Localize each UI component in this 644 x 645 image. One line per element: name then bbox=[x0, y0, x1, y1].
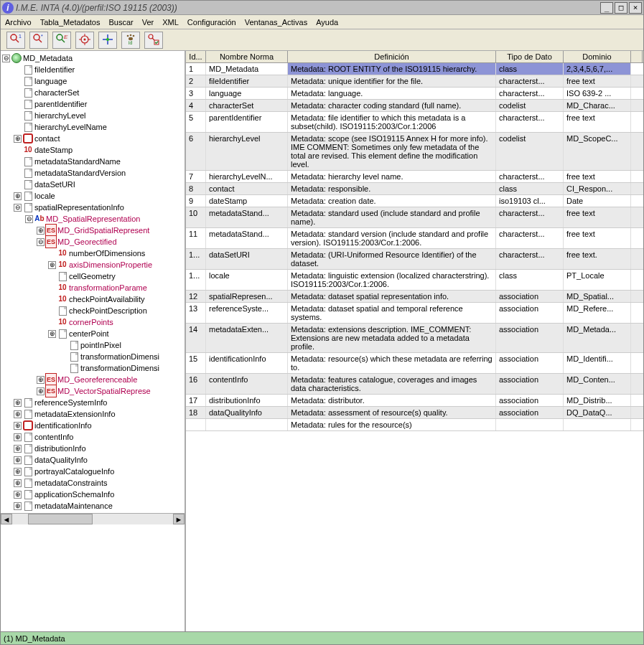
table-row[interactable]: 12spatialRepresen...Metadata: dataset sp… bbox=[186, 291, 643, 303]
close-button[interactable]: × bbox=[629, 2, 642, 14]
tree-node[interactable]: ⊕metadataExtensionInfo bbox=[1, 408, 186, 420]
expand-icon[interactable]: ⊕ bbox=[48, 261, 56, 269]
tree-node[interactable]: ⊕applicationSchemaInfo bbox=[1, 489, 186, 500]
tree-node[interactable]: dataSetURI bbox=[1, 179, 186, 190]
tree-node[interactable]: 10dateStamp bbox=[1, 144, 186, 156]
expand-icon[interactable]: ⊕ bbox=[14, 468, 22, 476]
menu-ayuda[interactable]: Ayuda bbox=[316, 18, 338, 27]
tree-node[interactable]: ⊕centerPoint bbox=[1, 328, 186, 339]
scroll-right-icon[interactable]: ► bbox=[173, 514, 185, 524]
expand-icon[interactable]: ⊕ bbox=[14, 422, 22, 430]
menu-tablametadatos[interactable]: Tabla_Metadatos bbox=[40, 18, 101, 27]
expand-icon[interactable]: ⊕ bbox=[37, 376, 45, 384]
scroll-thumb[interactable] bbox=[28, 514, 93, 524]
tree-node[interactable]: metadataStandardName bbox=[1, 156, 186, 167]
table-row[interactable]: 5parentIdentifierMetadata: file identifi… bbox=[186, 112, 643, 133]
table-row[interactable]: 1...localeMetadata: linguistic extension… bbox=[186, 270, 643, 291]
menu-xml[interactable]: XML bbox=[162, 18, 179, 27]
tree-node[interactable]: metadataStandardVersion bbox=[1, 167, 186, 179]
menu-buscar[interactable]: Buscar bbox=[108, 18, 133, 27]
tree-node[interactable]: ⊕ESMD_GridSpatialRepresent bbox=[1, 225, 186, 236]
tree-node[interactable]: ⊕metadataMaintenance bbox=[1, 500, 186, 512]
minimize-button[interactable]: _ bbox=[600, 2, 613, 14]
toolbar-paw-id-button[interactable]: id bbox=[121, 32, 140, 49]
tree-node[interactable]: 10numberOfDimensions bbox=[1, 248, 186, 259]
table-body[interactable]: 1MD_MetadataMetadata: ROOT ENTITY of the… bbox=[186, 63, 643, 631]
scroll-track[interactable] bbox=[12, 514, 173, 524]
collapse-icon[interactable]: ⊖ bbox=[25, 215, 33, 223]
table-row[interactable]: 2fileIdentifierMetadata: unique identifi… bbox=[186, 75, 643, 88]
tree-node[interactable]: cellGeometry bbox=[1, 270, 186, 282]
tree-node[interactable]: ⊕identificationInfo bbox=[1, 420, 186, 431]
table-row[interactable]: 8contactMetadata: responsible.classCI_Re… bbox=[186, 183, 643, 195]
tree-node[interactable]: checkPointDescription bbox=[1, 305, 186, 316]
metadata-tree[interactable]: ⊖MD_MetadatafileIdentifierlanguagecharac… bbox=[1, 51, 186, 631]
table-row[interactable]: 13referenceSyste...Metadata: dataset spa… bbox=[186, 303, 643, 324]
tree-node[interactable]: ⊕contact bbox=[1, 133, 186, 144]
scroll-left-icon[interactable]: ◄ bbox=[1, 514, 12, 524]
expand-icon[interactable]: ⊕ bbox=[14, 410, 22, 418]
tree-node[interactable]: hierarchyLevel bbox=[1, 110, 186, 121]
tree-node[interactable]: ⊖ESMD_Georectified bbox=[1, 236, 186, 248]
col-header[interactable]: Dominio bbox=[564, 51, 631, 62]
tree-node[interactable]: ⊕portrayalCatalogueInfo bbox=[1, 466, 186, 477]
table-row[interactable]: 4characterSetMetadata: character coding … bbox=[186, 100, 643, 112]
col-header[interactable]: Nombre Norma bbox=[206, 51, 288, 62]
table-row[interactable]: 16contentInfoMetadata: features catalogu… bbox=[186, 374, 643, 395]
tree-node[interactable]: ⊕ESMD_VectorSpatialReprese bbox=[1, 385, 186, 397]
expand-icon[interactable]: ⊕ bbox=[14, 502, 22, 510]
expand-icon[interactable]: ⊕ bbox=[14, 135, 22, 143]
table-row[interactable]: 17distributionInfoMetadata: distributor.… bbox=[186, 395, 643, 407]
expand-icon[interactable]: ⊕ bbox=[14, 479, 22, 487]
tree-node[interactable]: 10transformationParame bbox=[1, 282, 186, 293]
table-row[interactable]: 11metadataStand...Metadata: standard ver… bbox=[186, 228, 643, 249]
toolbar-target-button[interactable] bbox=[75, 32, 94, 49]
tree-node[interactable]: characterSet bbox=[1, 87, 186, 98]
col-header[interactable]: Id... bbox=[186, 51, 206, 62]
col-header[interactable]: Tipo de Dato bbox=[496, 51, 564, 62]
toolbar-find-first-button[interactable]: 1 bbox=[6, 32, 25, 49]
tree-node[interactable]: ⊕locale bbox=[1, 190, 186, 202]
tree-node[interactable]: hierarchyLevelName bbox=[1, 121, 186, 133]
table-row[interactable]: 6hierarchyLevelMetadata: scope (see ISO1… bbox=[186, 133, 643, 171]
col-header[interactable]: Definición bbox=[288, 51, 496, 62]
tree-node[interactable]: ⊕ESMD_Georeferenceable bbox=[1, 374, 186, 385]
tree-node[interactable]: ⊕dataQualityInfo bbox=[1, 454, 186, 466]
table-row[interactable]: 1MD_MetadataMetadata: ROOT ENTITY of the… bbox=[186, 63, 643, 75]
toolbar-check-list-button[interactable] bbox=[144, 32, 163, 49]
table-header[interactable]: Id...Nombre NormaDefiniciónTipo de DatoD… bbox=[186, 51, 643, 63]
tree-node[interactable]: ⊕contentInfo bbox=[1, 431, 186, 443]
tree-node[interactable]: transformationDimensi bbox=[1, 351, 186, 362]
table-row[interactable]: 1...dataSetURIMetadata: (URI-Uniformed R… bbox=[186, 249, 643, 270]
tree-node[interactable]: fileIdentifier bbox=[1, 64, 186, 75]
expand-icon[interactable]: ⊕ bbox=[14, 491, 22, 499]
tree-node[interactable]: 10checkPointAvailability bbox=[1, 293, 186, 305]
tree-node[interactable]: ⊕metadataConstraints bbox=[1, 477, 186, 489]
tree-node[interactable]: ⊖spatialRepresentationInfo bbox=[1, 202, 186, 213]
tree-node[interactable]: parentIdentifier bbox=[1, 98, 186, 110]
expand-icon[interactable]: ⊕ bbox=[14, 456, 22, 464]
tree-node[interactable]: 10cornerPoints bbox=[1, 316, 186, 328]
tree-node[interactable]: pointInPixel bbox=[1, 339, 186, 351]
menu-archivo[interactable]: Archivo bbox=[5, 18, 32, 27]
menu-configuracin[interactable]: Configuración bbox=[187, 18, 236, 27]
table-row[interactable]: 14metadataExten...Metadata: extensions d… bbox=[186, 324, 643, 353]
tree-hscroll[interactable]: ◄ ► bbox=[1, 513, 185, 524]
tree-node[interactable]: ⊕distributionInfo bbox=[1, 443, 186, 454]
toolbar-find-all-button[interactable]: * bbox=[29, 32, 48, 49]
table-row[interactable]: 9dateStampMetadata: creation date.iso191… bbox=[186, 195, 643, 207]
menu-ver[interactable]: Ver bbox=[142, 18, 154, 27]
table-row[interactable]: 10metadataStand...Metadata: standard use… bbox=[186, 207, 643, 228]
collapse-icon[interactable]: ⊖ bbox=[2, 55, 10, 62]
expand-icon[interactable]: ⊕ bbox=[48, 330, 56, 338]
tree-node[interactable]: ⊖MD_Metadata bbox=[1, 52, 186, 64]
maximize-button[interactable]: □ bbox=[615, 2, 627, 14]
expand-icon[interactable]: ⊕ bbox=[37, 387, 45, 395]
tree-node[interactable]: ⊕10axisDimensionPropertie bbox=[1, 259, 186, 270]
table-row[interactable]: 7hierarchyLevelN...Metadata: hierarchy l… bbox=[186, 171, 643, 183]
toolbar-find-e-button[interactable]: E bbox=[52, 32, 71, 49]
table-row[interactable]: 3languageMetadata: language.characterst.… bbox=[186, 88, 643, 100]
tree-node[interactable]: language bbox=[1, 75, 186, 87]
table-row[interactable]: 18dataQualityInfoMetadata: assessment of… bbox=[186, 407, 643, 419]
expand-icon[interactable]: ⊕ bbox=[14, 192, 22, 200]
